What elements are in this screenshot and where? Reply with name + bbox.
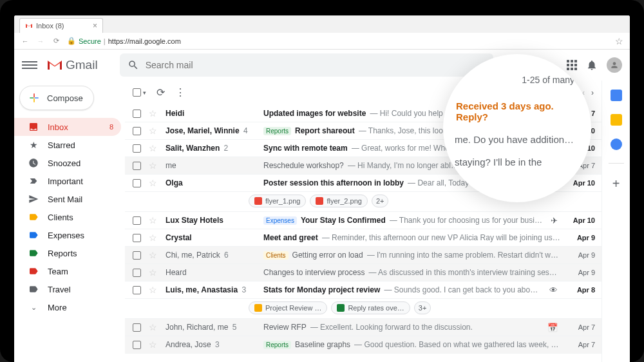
nav-icon: ★ — [28, 140, 39, 150]
sidebar-item-travel[interactable]: Travel — [14, 280, 121, 298]
nav-count: 8 — [109, 123, 113, 131]
compose-button[interactable]: Compose — [19, 86, 94, 110]
row-checkbox[interactable] — [133, 162, 141, 170]
date: Apr 7 — [568, 323, 595, 331]
url-field[interactable]: 🔒 Secure | https://mail.google.com — [67, 37, 609, 45]
url-text: https://mail.google.com — [108, 37, 181, 45]
star-icon[interactable]: ☆ — [149, 233, 158, 243]
attachment-more[interactable]: 2+ — [372, 195, 389, 207]
reload-icon[interactable]: ⟳ — [52, 37, 61, 46]
sidebar-item-snoozed[interactable]: Snoozed — [14, 154, 121, 172]
attachment-more[interactable]: 3+ — [414, 301, 431, 314]
star-icon[interactable]: ☆ — [149, 267, 158, 278]
email-row[interactable]: ☆Luis, me, Anastasia 3Stats for Monday p… — [125, 281, 601, 299]
star-icon[interactable]: ☆ — [149, 108, 158, 119]
nav-icon: ⌄ — [28, 302, 39, 312]
mag-paging: 1-25 of many — [455, 75, 580, 85]
sidebar-item-starred[interactable]: ★Starred — [14, 136, 121, 154]
tasks-icon[interactable] — [611, 138, 622, 150]
attachment-chip[interactable]: flyer_1.png — [249, 195, 306, 207]
date: Apr 9 — [568, 234, 595, 242]
email-row[interactable]: ☆Lux Stay HotelsExpensesYour Stay Is Con… — [125, 212, 601, 229]
star-icon[interactable]: ☆ — [149, 178, 158, 188]
file-icon — [254, 197, 262, 205]
star-icon[interactable]: ☆ — [149, 250, 158, 260]
category-label: Reports — [263, 127, 291, 135]
attachment-name: Project Review … — [265, 304, 321, 312]
row-checkbox[interactable] — [133, 251, 141, 260]
row-checkbox[interactable] — [133, 216, 141, 225]
sender: John, Richard, me 5 — [166, 323, 256, 332]
subject: Changes to interview process — [263, 268, 365, 277]
refresh-icon[interactable]: ⟳ — [156, 86, 165, 99]
browser-tab-bar: Inbox (8) × — [14, 15, 630, 33]
sender: Olga — [166, 178, 256, 187]
search-bar[interactable] — [120, 53, 493, 77]
browser-tab[interactable]: Inbox (8) × — [19, 18, 103, 33]
account-avatar[interactable] — [607, 57, 622, 73]
sidebar-item-team[interactable]: Team — [14, 262, 121, 280]
attachment-chip[interactable]: flyer_2.png — [310, 195, 367, 207]
subject: Reschedule workshop? — [263, 161, 344, 170]
star-icon[interactable]: ☆ — [149, 285, 158, 295]
star-icon[interactable]: ☆ — [149, 339, 158, 350]
search-input[interactable] — [146, 60, 486, 70]
plane-icon: ✈ — [551, 216, 558, 225]
nav-label: More — [48, 303, 67, 312]
add-icon[interactable]: + — [612, 176, 620, 191]
nav-icon — [28, 122, 39, 132]
file-icon — [316, 197, 323, 205]
more-icon[interactable]: ⋮ — [175, 86, 185, 99]
star-icon[interactable]: ☆ — [149, 143, 158, 153]
sidebar-item-inbox[interactable]: Inbox8 — [14, 118, 121, 136]
row-checkbox[interactable] — [133, 127, 141, 135]
star-icon[interactable]: ☆ — [149, 215, 158, 225]
sidebar-item-sent-mail[interactable]: Sent Mail — [14, 190, 121, 208]
sidebar-item-reports[interactable]: Reports — [14, 244, 121, 262]
cal-icon: 📅 — [547, 323, 558, 332]
attachment-chip[interactable]: Reply rates ove… — [331, 301, 410, 314]
bookmark-icon[interactable]: ☆ — [615, 36, 623, 46]
nav-icon — [28, 194, 39, 204]
sender: Crystal — [166, 233, 256, 242]
back-icon[interactable]: ← — [21, 37, 30, 46]
notifications-icon[interactable] — [586, 59, 598, 71]
sender: Lux Stay Hotels — [166, 216, 256, 225]
forward-icon[interactable]: → — [36, 37, 45, 46]
row-checkbox[interactable] — [133, 341, 141, 349]
sidebar-item-clients[interactable]: Clients — [14, 208, 121, 226]
sidebar-item-important[interactable]: Important — [14, 172, 121, 190]
calendar-icon[interactable] — [611, 90, 622, 101]
row-checkbox[interactable] — [133, 323, 141, 332]
hamburger-icon[interactable] — [22, 57, 37, 73]
row-checkbox[interactable] — [133, 234, 141, 242]
row-checkbox[interactable] — [133, 179, 141, 187]
sender: Jose, Mariel, Winnie 4 — [166, 126, 256, 135]
date: Apr 8 — [568, 286, 595, 294]
apps-icon[interactable] — [567, 60, 577, 70]
star-icon[interactable]: ☆ — [149, 126, 158, 136]
row-checkbox[interactable] — [133, 110, 141, 118]
row-checkbox[interactable] — [133, 286, 141, 294]
star-icon[interactable]: ☆ — [149, 160, 158, 171]
gmail-logo[interactable]: Gmail — [46, 58, 98, 72]
row-checkbox[interactable] — [133, 144, 141, 153]
email-row[interactable]: ☆John, Richard, me 5Review RFP— Excellen… — [125, 319, 601, 336]
sidebar-item-more[interactable]: ⌄More — [14, 298, 121, 316]
star-icon[interactable]: ☆ — [149, 322, 158, 332]
keep-icon[interactable] — [611, 114, 622, 126]
email-row[interactable]: ☆Andrea, Jose 3ReportsBaseline graphs— G… — [125, 336, 601, 354]
email-row[interactable]: ☆CrystalMeet and greet— Reminder, this a… — [125, 229, 601, 247]
attachment-chip[interactable]: Project Review … — [249, 301, 327, 314]
snippet: — Good question. Based on what we gather… — [354, 340, 560, 349]
nav-label: Starred — [48, 140, 75, 150]
attachment-name: flyer_2.png — [327, 197, 361, 205]
row-checkbox[interactable] — [133, 269, 141, 277]
select-all[interactable]: ▾ — [133, 88, 146, 97]
email-row[interactable]: ☆Chi, me, Patrick 6ClientsGetting error … — [125, 247, 601, 264]
close-icon[interactable]: × — [93, 21, 97, 30]
email-row[interactable]: ☆HeardChanges to interview process— As d… — [125, 264, 601, 281]
nav-icon — [28, 212, 39, 222]
sidebar-item-expenses[interactable]: Expenses — [14, 226, 121, 244]
next-page-icon[interactable]: › — [591, 88, 594, 97]
